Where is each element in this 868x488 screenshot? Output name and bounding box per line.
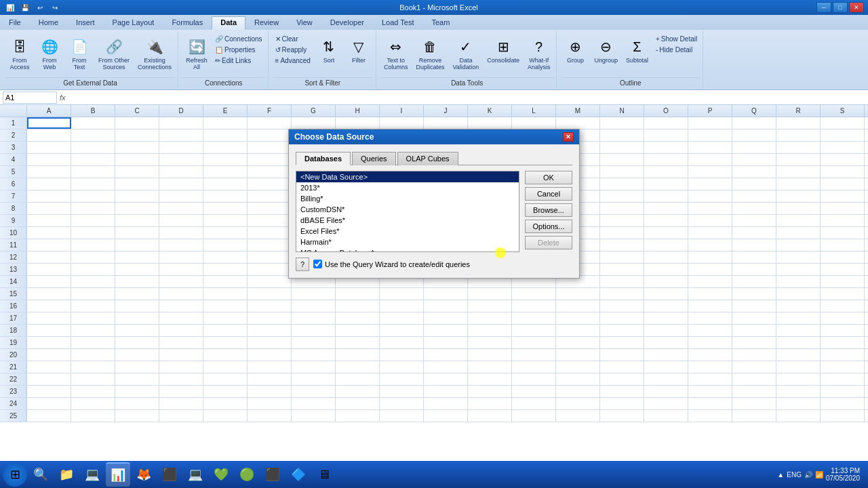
cell-6-16[interactable] xyxy=(732,178,776,190)
undo-icon[interactable]: ↩ xyxy=(34,1,46,14)
cell-4-19[interactable] xyxy=(865,154,868,165)
cell-3-3[interactable] xyxy=(159,142,203,153)
help-button[interactable]: ? xyxy=(296,258,309,271)
cell-25-9[interactable] xyxy=(424,410,468,422)
cell-12-18[interactable] xyxy=(821,251,865,263)
cell-10-5[interactable] xyxy=(248,227,292,239)
cell-24-5[interactable] xyxy=(248,398,292,409)
cell-5-14[interactable] xyxy=(644,166,688,178)
cell-14-19[interactable] xyxy=(865,276,868,287)
cell-4-13[interactable] xyxy=(600,154,644,165)
cell-17-11[interactable] xyxy=(512,312,556,324)
taskbar-circle[interactable]: 🟢 xyxy=(235,462,259,487)
cell-14-14[interactable] xyxy=(644,276,688,287)
cell-3-18[interactable] xyxy=(821,142,865,153)
cell-22-15[interactable] xyxy=(688,373,732,385)
cell-24-12[interactable] xyxy=(556,398,600,409)
cell-14-17[interactable] xyxy=(776,276,821,287)
cell-15-12[interactable] xyxy=(556,288,600,300)
cell-22-0[interactable] xyxy=(27,373,71,385)
cell-5-3[interactable] xyxy=(159,166,203,178)
reapply-button[interactable]: ↺ Reapply xyxy=(273,45,313,55)
cell-3-17[interactable] xyxy=(776,142,821,153)
cell-20-9[interactable] xyxy=(424,349,468,361)
tab-review[interactable]: Review xyxy=(245,16,288,30)
cell-3-16[interactable] xyxy=(732,142,776,153)
cell-18-13[interactable] xyxy=(600,325,644,336)
cell-22-19[interactable] xyxy=(865,373,868,385)
cell-20-10[interactable] xyxy=(468,349,512,361)
cell-21-17[interactable] xyxy=(776,361,821,373)
taskbar-blue[interactable]: 🔷 xyxy=(286,462,311,487)
cell-19-2[interactable] xyxy=(115,337,159,348)
cell-22-13[interactable] xyxy=(600,373,644,385)
cell-3-1[interactable] xyxy=(71,142,115,153)
query-wizard-label[interactable]: Use the Query Wizard to create/edit quer… xyxy=(313,260,470,268)
cell-13-3[interactable] xyxy=(159,264,203,275)
cell-1-13[interactable] xyxy=(600,117,644,129)
cell-4-4[interactable] xyxy=(203,154,248,165)
cell-22-8[interactable] xyxy=(380,373,424,385)
cell-23-14[interactable] xyxy=(644,386,688,397)
cell-2-1[interactable] xyxy=(71,129,115,141)
from-other-sources-button[interactable]: 🔗 From OtherSources xyxy=(95,34,133,73)
cell-24-14[interactable] xyxy=(644,398,688,409)
cell-18-7[interactable] xyxy=(336,325,380,336)
cell-23-15[interactable] xyxy=(688,386,732,397)
cell-23-7[interactable] xyxy=(336,386,380,397)
tab-insert[interactable]: Insert xyxy=(67,16,104,30)
cell-24-13[interactable] xyxy=(600,398,644,409)
list-item-dbase-files[interactable]: dBASE Files* xyxy=(296,215,519,226)
cell-14-16[interactable] xyxy=(732,276,776,287)
cell-21-2[interactable] xyxy=(115,361,159,373)
cell-23-12[interactable] xyxy=(556,386,600,397)
cell-23-18[interactable] xyxy=(821,386,865,397)
cell-17-17[interactable] xyxy=(776,312,821,324)
cell-9-17[interactable] xyxy=(776,215,821,226)
cell-10-16[interactable] xyxy=(732,227,776,239)
cell-24-3[interactable] xyxy=(159,398,203,409)
cell-1-6[interactable] xyxy=(292,117,336,129)
cell-1-12[interactable] xyxy=(556,117,600,129)
cell-15-2[interactable] xyxy=(115,288,159,300)
cell-21-12[interactable] xyxy=(556,361,600,373)
cell-25-0[interactable] xyxy=(27,410,71,422)
cell-11-18[interactable] xyxy=(821,239,865,251)
cell-4-16[interactable] xyxy=(732,154,776,165)
what-if-button[interactable]: ? What-IfAnalysis xyxy=(524,34,554,73)
cell-24-16[interactable] xyxy=(732,398,776,409)
cell-22-2[interactable] xyxy=(115,373,159,385)
cell-21-0[interactable] xyxy=(27,361,71,373)
cell-10-3[interactable] xyxy=(159,227,203,239)
cell-21-4[interactable] xyxy=(203,361,248,373)
cell-24-10[interactable] xyxy=(468,398,512,409)
cell-2-19[interactable] xyxy=(865,129,868,141)
cell-16-11[interactable] xyxy=(512,300,556,312)
cell-11-16[interactable] xyxy=(732,239,776,251)
cell-25-6[interactable] xyxy=(292,410,336,422)
show-detail-button[interactable]: + Show Detail xyxy=(653,34,700,44)
list-item-ms-access[interactable]: MS Access Database* xyxy=(296,247,519,252)
cell-16-16[interactable] xyxy=(732,300,776,312)
ok-button[interactable]: OK xyxy=(525,171,572,184)
cell-20-6[interactable] xyxy=(292,349,336,361)
cell-8-3[interactable] xyxy=(159,203,203,214)
taskbar-computer[interactable]: 💻 xyxy=(80,462,104,487)
cell-22-14[interactable] xyxy=(644,373,688,385)
from-access-button[interactable]: 🗄 FromAccess xyxy=(5,34,34,73)
cell-20-14[interactable] xyxy=(644,349,688,361)
cell-18-10[interactable] xyxy=(468,325,512,336)
cell-21-6[interactable] xyxy=(292,361,336,373)
cell-18-9[interactable] xyxy=(424,325,468,336)
cell-6-14[interactable] xyxy=(644,178,688,190)
cell-1-10[interactable] xyxy=(468,117,512,129)
cell-6-3[interactable] xyxy=(159,178,203,190)
cell-9-5[interactable] xyxy=(248,215,292,226)
cell-1-15[interactable] xyxy=(688,117,732,129)
cell-18-8[interactable] xyxy=(380,325,424,336)
cell-14-15[interactable] xyxy=(688,276,732,287)
cell-17-18[interactable] xyxy=(821,312,865,324)
cell-21-18[interactable] xyxy=(821,361,865,373)
properties-button[interactable]: 📋 Properties xyxy=(212,45,265,55)
cell-4-14[interactable] xyxy=(644,154,688,165)
